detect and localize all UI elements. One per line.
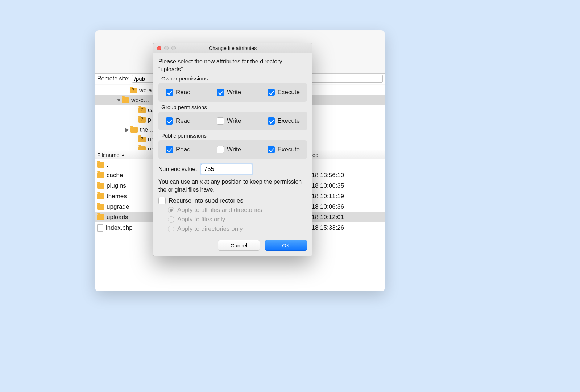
recurse-option-label: Apply to directories only: [177, 225, 243, 233]
permission-execute[interactable]: Execute: [268, 89, 300, 96]
sort-asc-icon: ▲: [121, 153, 125, 157]
permission-group: ReadWriteExecute: [158, 83, 307, 102]
permission-label: Execute: [278, 89, 300, 96]
folder-icon: [97, 193, 104, 199]
column-filename-label: Filename: [97, 152, 120, 158]
checkbox[interactable]: [166, 146, 173, 153]
folder-icon: [138, 107, 146, 113]
radio-icon: [168, 226, 174, 232]
recurse-option: Apply to all files and directories: [168, 207, 307, 214]
file-name: upgrade: [107, 203, 129, 210]
permission-label: Read: [176, 117, 191, 125]
dialog-title: Change file attributes: [153, 45, 312, 51]
dialog-body: Please select the new attributes for the…: [153, 53, 312, 256]
recurse-label: Recurse into subdirectories: [169, 197, 243, 204]
folder-icon: [138, 137, 146, 142]
permission-read[interactable]: Read: [166, 117, 191, 125]
dialog-button-row: Cancel OK: [158, 240, 307, 251]
permission-group-label: Public permissions: [161, 133, 307, 139]
window-close-icon[interactable]: [157, 46, 161, 50]
folder-icon: [130, 88, 137, 93]
disclosure-triangle-icon[interactable]: ▶: [125, 126, 129, 133]
permission-group-label: Owner permissions: [161, 75, 307, 82]
permission-execute[interactable]: Execute: [268, 117, 300, 125]
cancel-button[interactable]: Cancel: [218, 240, 260, 251]
file-name: plugins: [107, 182, 126, 189]
radio-icon: [168, 216, 174, 223]
window-zoom-icon: [171, 46, 176, 50]
recurse-checkbox[interactable]: [158, 197, 166, 204]
folder-icon: [130, 127, 138, 133]
permission-read[interactable]: Read: [166, 89, 191, 96]
numeric-value-label: Numeric value:: [158, 166, 197, 172]
numeric-hint: You can use an x at any position to keep…: [158, 178, 307, 193]
checkbox[interactable]: [217, 89, 224, 96]
permission-label: Write: [227, 146, 241, 153]
permission-write[interactable]: Write: [217, 89, 241, 96]
folder-icon: [97, 172, 104, 178]
disclosure-triangle-icon[interactable]: ▼: [116, 97, 120, 104]
dialog-titlebar[interactable]: Change file attributes: [153, 43, 312, 53]
permission-label: Execute: [278, 117, 300, 125]
checkbox[interactable]: [268, 89, 275, 96]
radio-icon: [168, 207, 174, 213]
checkbox[interactable]: [268, 117, 275, 125]
permission-label: Write: [227, 89, 241, 96]
dialog-intro: Please select the new attributes for the…: [158, 58, 307, 73]
recurse-checkbox-row[interactable]: Recurse into subdirectories: [158, 197, 307, 204]
recurse-option-label: Apply to all files and directories: [177, 207, 262, 214]
permission-read[interactable]: Read: [166, 146, 191, 153]
permission-label: Read: [176, 89, 191, 96]
folder-icon: [97, 204, 104, 210]
ok-button[interactable]: OK: [265, 240, 307, 251]
permission-group-label: Group permissions: [161, 104, 307, 110]
checkbox[interactable]: [217, 146, 224, 153]
recurse-radio-group: Apply to all files and directoriesApply …: [168, 207, 307, 233]
permission-group: ReadWriteExecute: [158, 140, 307, 159]
permission-label: Read: [176, 146, 191, 153]
file-name: themes: [107, 193, 127, 200]
folder-icon: [138, 146, 146, 150]
permission-execute[interactable]: Execute: [268, 146, 300, 153]
numeric-value-row: Numeric value:: [158, 164, 307, 174]
file-attributes-dialog: Change file attributes Please select the…: [153, 43, 312, 256]
permission-label: Write: [227, 117, 241, 125]
file-name: cache: [107, 172, 123, 179]
tree-item-label: wp-c…: [131, 97, 149, 104]
permission-write[interactable]: Write: [217, 146, 241, 153]
folder-icon: [138, 117, 146, 123]
checkbox[interactable]: [166, 117, 173, 125]
permission-write[interactable]: Write: [217, 117, 241, 125]
permission-label: Execute: [278, 146, 300, 153]
tree-item-label: the…: [140, 126, 154, 133]
checkbox[interactable]: [217, 117, 224, 125]
folder-icon: [97, 183, 104, 189]
checkbox[interactable]: [166, 89, 173, 96]
recurse-option: Apply to directories only: [168, 225, 307, 233]
file-name: uploads: [107, 214, 128, 221]
recurse-option-label: Apply to files only: [177, 216, 225, 223]
remote-site-label: Remote site:: [97, 75, 130, 82]
numeric-value-input[interactable]: [201, 164, 252, 174]
checkbox[interactable]: [268, 146, 275, 153]
recurse-option: Apply to files only: [168, 216, 307, 223]
folder-icon: [97, 162, 104, 168]
file-icon: [97, 224, 103, 232]
folder-icon: [122, 97, 129, 103]
file-name: index.php: [106, 224, 133, 232]
window-minimize-icon: [164, 46, 169, 50]
file-name: ..: [107, 161, 110, 168]
permission-group: ReadWriteExecute: [158, 112, 307, 130]
folder-icon: [97, 214, 104, 220]
